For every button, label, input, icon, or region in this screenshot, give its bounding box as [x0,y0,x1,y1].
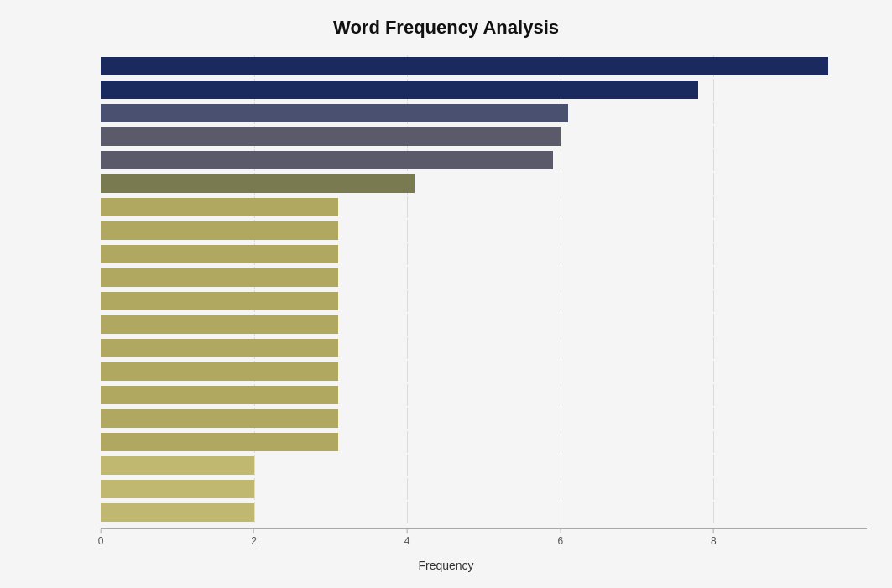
bar-track [101,456,867,475]
bar-fill [101,245,338,263]
bar-row: soundbite [101,126,867,148]
bar-row: group [101,243,867,265]
bar-track [101,151,867,169]
bar-row: archive [101,149,867,171]
bar-fill [101,480,254,498]
bar-row: iqbal [101,314,867,336]
x-tick-line [253,529,254,533]
bar-row: starmer [101,408,867,429]
bar-row: minister [101,384,867,406]
chart-container: Word Frequency Analysis frayerrecordnprs… [0,0,892,588]
bar-track [101,480,867,498]
bars-wrapper: frayerrecordnprsoundbitearchiveattackrig… [0,55,892,523]
bar-fill [101,456,254,475]
bar-fill [101,57,828,75]
bar-fill [101,409,338,428]
bar-track [101,81,867,99]
bar-row: prime [101,361,867,382]
bar-track [101,315,867,334]
x-tick-line [713,529,714,533]
bar-track [101,362,867,381]
bar-fill [101,292,338,310]
x-tick-label: 2 [251,535,257,547]
bar-fill [101,221,338,240]
x-ticks: 02468 [101,528,867,554]
x-axis-label: Frequency [0,559,892,572]
bar-track [101,198,867,216]
bar-row: record [101,79,867,101]
bar-fill [101,151,553,169]
bar-track [101,57,867,75]
bar-fill [101,104,568,122]
bar-track [101,503,867,522]
bar-fill [101,174,415,193]
bar-row: fuel [101,502,867,523]
bar-row: mob [101,290,867,312]
bar-fill [101,81,698,99]
bar-fill [101,198,338,216]
x-tick-line [101,529,102,533]
bar-fill [101,127,561,146]
bar-fill [101,315,338,334]
chart-title: Word Frequency Analysis [0,8,892,55]
bar-track [101,292,867,310]
x-tick: 6 [557,529,563,547]
bar-track [101,104,867,122]
bar-track [101,433,867,451]
bar-track [101,174,867,193]
bar-track [101,127,867,146]
bar-track [101,268,867,287]
bar-row: violence [101,337,867,359]
bar-fill [101,433,338,451]
bar-track [101,221,867,240]
bar-track [101,386,867,404]
bar-row: frayer [101,55,867,77]
x-tick-label: 8 [711,535,717,547]
bar-row: right [101,196,867,218]
bar-fill [101,362,338,381]
x-axis: 02468 [0,528,892,554]
bar-fill [101,339,338,357]
bar-row: people [101,267,867,289]
x-tick-line [560,529,561,533]
x-tick-label: 0 [98,535,104,547]
bar-row: sanghera [101,431,867,453]
bar-track [101,409,867,428]
bar-fill [101,386,338,404]
bar-row: lauren [101,220,867,242]
bar-fill [101,268,338,287]
bar-row: attack [101,173,867,195]
x-tick: 2 [251,529,257,547]
x-tick-label: 4 [404,535,410,547]
bar-row: misinformation [101,455,867,476]
bar-row: npr [101,102,867,124]
bar-track [101,245,867,263]
x-tick-line [407,529,408,533]
x-tick: 4 [404,529,410,547]
bar-fill [101,503,254,522]
bar-row: online [101,478,867,500]
x-tick: 0 [98,529,104,547]
x-tick-label: 6 [557,535,563,547]
bar-track [101,339,867,357]
x-tick: 8 [711,529,717,547]
